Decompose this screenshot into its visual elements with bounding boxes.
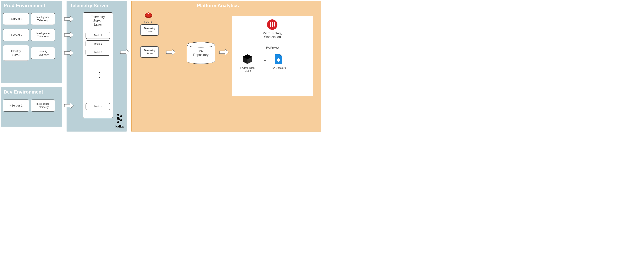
arrow-g — [219, 49, 229, 56]
kafka-icon — [116, 114, 123, 124]
telemetry-server-layer-label: Telemetry Server Layer — [91, 15, 105, 26]
svg-line-7 — [119, 116, 120, 118]
iserver-2-prod: I-Server 2 — [3, 29, 29, 41]
telemetry-server-title: Telemetry Server — [70, 3, 108, 8]
topic-ellipsis: ··· — [97, 72, 102, 79]
iserver-1-dev: I-Server 1 — [3, 100, 29, 112]
telemetry-cache: Telemetry Cache — [140, 24, 159, 36]
intelligence-telemetry-1: Intelligence Telemetry — [31, 13, 55, 25]
svg-point-3 — [120, 116, 122, 117]
dossier-icon — [274, 54, 283, 65]
intelligence-telemetry-dev: Intelligence Telemetry — [31, 100, 55, 112]
mini-arrow-icon: → — [263, 58, 267, 62]
prod-env-title: Prod Environment — [4, 3, 45, 8]
svg-rect-14 — [272, 22, 273, 27]
intelligence-telemetry-2: Intelligence Telemetry — [31, 29, 55, 41]
topic-1: Topic 1 — [86, 32, 110, 39]
identity-server: Identity Server — [3, 45, 29, 61]
svg-text:✱: ✱ — [148, 12, 149, 14]
arrow-d — [64, 102, 74, 109]
arrow-a — [64, 16, 74, 22]
workstation-divider — [237, 44, 308, 44]
svg-rect-13 — [270, 22, 271, 27]
svg-point-4 — [120, 120, 122, 121]
workstation-label: MicroStrategy Workstation — [258, 32, 287, 39]
arrow-b — [64, 32, 74, 38]
topic-n: Topic n — [86, 103, 110, 110]
topic-2: Topic 2 — [86, 40, 110, 47]
arrow-e — [120, 49, 130, 56]
topic-3: Topic 3 — [86, 49, 110, 56]
svg-point-2 — [117, 122, 119, 123]
dev-env-title: Dev Environment — [4, 89, 43, 95]
svg-point-0 — [117, 114, 119, 116]
pa-cube-label: PA Intelligent Cube — [238, 66, 258, 72]
pa-dossiers-label: PA Dossiers — [270, 66, 288, 69]
arrow-c — [64, 50, 74, 56]
redis-icon: ✱ — [144, 12, 153, 20]
redis-label: redis — [140, 20, 156, 24]
kafka-label: kafka — [113, 125, 126, 128]
identity-telemetry: Identity Telemetry — [31, 47, 55, 59]
platform-analytics-title: Platform Analytics — [197, 3, 239, 8]
telemetry-server-layer: Telemetry Server Layer — [83, 12, 113, 118]
pa-repository-label: PA Repository — [190, 50, 212, 57]
pa-project-label: PA Project — [265, 46, 281, 49]
arrow-f — [166, 49, 176, 56]
telemetry-store: Telemetry Store — [140, 46, 159, 58]
svg-line-8 — [119, 119, 120, 120]
iserver-1-prod: I-Server 1 — [3, 13, 29, 25]
cube-icon — [242, 54, 253, 65]
microstrategy-logo-icon — [267, 19, 278, 30]
